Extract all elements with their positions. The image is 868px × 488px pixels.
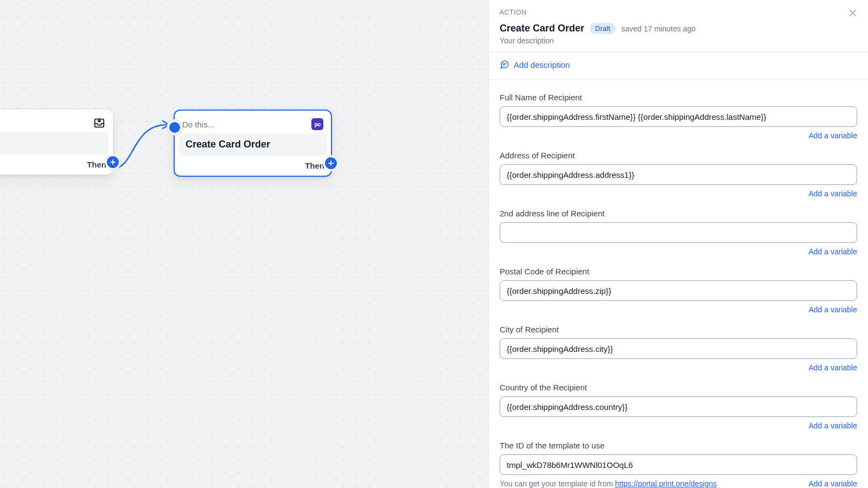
add-variable-button[interactable]: Add a variable [808,247,857,256]
address-input[interactable] [500,164,857,185]
field-label: Country of the Recipient [500,383,857,392]
template-help-link[interactable]: https://portal.print.one/designs [615,479,717,488]
field-city: City of Recipient Add a variable [500,325,857,372]
field-country: Country of the Recipient Add a variable [500,383,857,430]
add-variable-button[interactable]: Add a variable [808,421,857,430]
action-header-label: Do this... [182,120,214,129]
field-postal: Postal Code of Recipient Add a variable [500,267,857,314]
field-label: Full Name of Recipient [500,93,857,102]
field-full-name: Full Name of Recipient Add a variable [500,93,857,140]
action-node-footer: Then [179,156,327,171]
full-name-input[interactable] [500,106,857,127]
template-help-text: You can get your template id from https:… [500,479,800,488]
inbox-icon [93,117,105,129]
action-node-body: Create Card Order [179,133,327,156]
field-address2: 2nd address line of Recipient Add a vari… [500,209,857,256]
panel-header: ACTION Create Card Order Draft saved 17 … [489,0,868,52]
field-template-id: The ID of the template to use You can ge… [500,441,857,488]
add-description-label: Add description [514,60,570,69]
then-label: Then [305,161,324,170]
then-label: Then [87,160,106,169]
action-settings-panel: ACTION Create Card Order Draft saved 17 … [488,0,868,488]
comment-icon [500,60,509,69]
add-variable-button[interactable]: Add a variable [808,305,857,314]
trigger-node-body: paid [0,132,108,155]
action-node-header: Do this... po [179,115,327,131]
add-variable-button[interactable]: Add a variable [808,363,857,372]
add-variable-button[interactable]: Add a variable [808,479,857,488]
panel-body[interactable]: Full Name of Recipient Add a variable Ad… [489,80,868,488]
template-help-prefix: You can get your template id from [500,479,615,488]
panel-title: Create Card Order [500,23,584,34]
add-step-button[interactable] [324,156,338,170]
trigger-node-header: hen... [0,114,108,130]
address2-input[interactable] [500,222,857,243]
add-variable-button[interactable]: Add a variable [808,131,857,140]
draft-badge: Draft [590,23,616,34]
panel-subtitle: Your description [500,36,857,45]
city-input[interactable] [500,338,857,359]
field-label: The ID of the template to use [500,441,857,450]
field-label: 2nd address line of Recipient [500,209,857,218]
entry-port [168,120,182,134]
trigger-node-footer: Then [0,155,108,170]
field-label: City of Recipient [500,325,857,334]
add-variable-button[interactable]: Add a variable [808,189,857,198]
trigger-node[interactable]: hen... paid Then [0,110,113,175]
app-badge-icon: po [311,118,323,130]
workflow-canvas[interactable]: hen... paid Then Do this... po Create Ca… [0,0,488,488]
add-step-button[interactable] [106,155,120,169]
field-address: Address of Recipient Add a variable [500,151,857,198]
saved-timestamp: saved 17 minutes ago [621,24,695,33]
panel-eyebrow: ACTION [500,9,857,16]
action-node[interactable]: Do this... po Create Card Order Then [174,110,332,177]
add-description-button[interactable]: Add description [500,60,570,69]
field-label: Postal Code of Recipient [500,267,857,276]
add-description-row: Add description [489,52,868,80]
field-label: Address of Recipient [500,151,857,160]
country-input[interactable] [500,396,857,417]
postal-input[interactable] [500,280,857,301]
close-panel-button[interactable] [847,8,858,18]
template-id-input[interactable] [500,454,857,475]
